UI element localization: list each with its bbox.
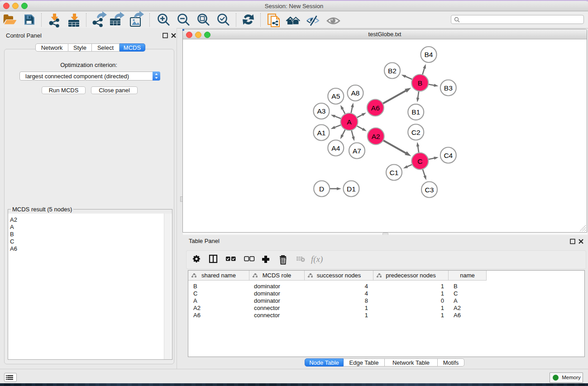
svg-text:A8: A8 bbox=[351, 89, 360, 97]
svg-text:B3: B3 bbox=[444, 84, 453, 92]
svg-text:f(x): f(x) bbox=[311, 254, 323, 264]
svg-text:A6: A6 bbox=[371, 104, 380, 112]
svg-text:A2: A2 bbox=[372, 133, 380, 140]
svg-text:A: A bbox=[347, 118, 352, 126]
svg-text:B: B bbox=[418, 79, 422, 87]
svg-text:C4: C4 bbox=[444, 152, 453, 159]
svg-text:B2: B2 bbox=[388, 67, 397, 75]
svg-text:A5: A5 bbox=[331, 92, 340, 100]
svg-text:B4: B4 bbox=[425, 51, 433, 58]
svg-text:C1: C1 bbox=[390, 169, 399, 176]
svg-text:A4: A4 bbox=[331, 144, 340, 152]
svg-text:C: C bbox=[417, 157, 422, 165]
svg-text:B1: B1 bbox=[411, 108, 420, 116]
svg-text:A1: A1 bbox=[317, 129, 326, 137]
svg-text:D: D bbox=[319, 185, 324, 193]
svg-text:C3: C3 bbox=[425, 186, 434, 194]
svg-text:A3: A3 bbox=[317, 107, 326, 115]
svg-text:A7: A7 bbox=[353, 147, 361, 155]
svg-text:D1: D1 bbox=[347, 185, 356, 193]
svg-text:C2: C2 bbox=[411, 129, 421, 136]
